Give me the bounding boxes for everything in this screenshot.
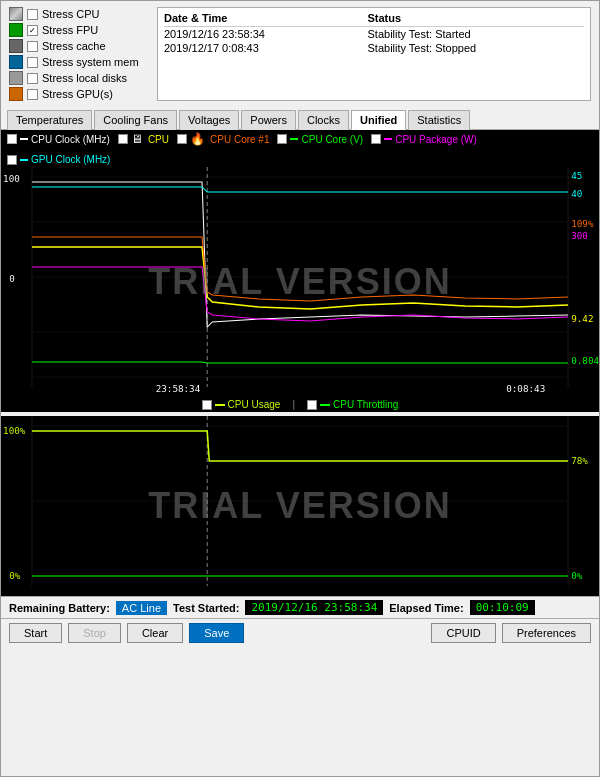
tab-clocks[interactable]: Clocks — [298, 110, 349, 130]
legend-cpu-check[interactable] — [118, 134, 128, 144]
stress-disk-checkbox[interactable] — [27, 73, 38, 84]
legend-cpu-clock-label: CPU Clock (MHz) — [31, 134, 110, 145]
action-bar: Start Stop Clear Save CPUID Preferences — [1, 618, 599, 647]
cpuid-button[interactable]: CPUID — [431, 623, 495, 643]
svg-text:45: 45 — [571, 171, 582, 181]
legend-cpu-usage: CPU Usage — [202, 399, 281, 410]
svg-text:100%: 100% — [3, 426, 26, 436]
tab-unified[interactable]: Unified — [351, 110, 406, 130]
legend-cpu-throttle-dot — [320, 404, 330, 406]
stress-gpu-option[interactable]: Stress GPU(s) — [9, 87, 149, 101]
stress-cache-option[interactable]: Stress cache — [9, 39, 149, 53]
legend-cpu-usage-check[interactable] — [202, 400, 212, 410]
legend-cpu-core-v-label: CPU Core (V) — [301, 134, 363, 145]
legend-cpu-core-v-check[interactable] — [277, 134, 287, 144]
svg-text:0%: 0% — [571, 571, 583, 581]
legend-gpu-clock: GPU Clock (MHz) — [7, 154, 110, 165]
legend-cpu-throttle: CPU Throttling — [307, 399, 398, 410]
fpu-icon — [9, 23, 23, 37]
bottom-info-bar: Remaining Battery: AC Line Test Started:… — [1, 596, 599, 618]
start-button[interactable]: Start — [9, 623, 62, 643]
elapsed-time-label: Elapsed Time: — [389, 602, 463, 614]
svg-text:78%: 78% — [571, 456, 588, 466]
legend-cpu-core1: 🔥 CPU Core #1 — [177, 132, 269, 146]
legend-cpu-package: CPU Package (W) — [371, 134, 477, 145]
preferences-button[interactable]: Preferences — [502, 623, 591, 643]
stress-cpu-label: Stress CPU — [42, 8, 99, 20]
cache-icon — [9, 39, 23, 53]
chart-bottom: 100% 0% 78% 0% TRIAL VERSION — [1, 416, 599, 596]
svg-text:300: 300 — [571, 231, 588, 241]
main-window: Stress CPU Stress FPU Stress cache Stres… — [0, 0, 600, 777]
stress-disk-option[interactable]: Stress local disks — [9, 71, 149, 85]
clear-button[interactable]: Clear — [127, 623, 183, 643]
tab-powers[interactable]: Powers — [241, 110, 296, 130]
chart-top-legend: CPU Clock (MHz) 🖥 CPU 🔥 CPU Core #1 CPU … — [1, 130, 599, 167]
stress-fpu-checkbox[interactable] — [27, 25, 38, 36]
stress-disk-label: Stress local disks — [42, 72, 127, 84]
stress-sysmem-option[interactable]: Stress system mem — [9, 55, 149, 69]
datetime-2: 2019/12/17 0:08:43 — [164, 41, 368, 55]
legend-cpu-package-dot — [384, 138, 392, 140]
stress-cpu-checkbox[interactable] — [27, 9, 38, 20]
stress-cache-label: Stress cache — [42, 40, 106, 52]
legend-cpu-label: CPU — [148, 134, 169, 145]
stop-button[interactable]: Stop — [68, 623, 121, 643]
legend-cpu-core1-label: CPU Core #1 — [210, 134, 269, 145]
legend-cpu-core-v: CPU Core (V) — [277, 134, 363, 145]
status-row-2: 2019/12/17 0:08:43 Stability Test: Stopp… — [164, 41, 584, 55]
chart-bottom-svg: 100% 0% 78% 0% — [1, 416, 599, 596]
svg-text:100: 100 — [3, 174, 20, 184]
tab-voltages[interactable]: Voltages — [179, 110, 239, 130]
legend-gpu-clock-check[interactable] — [7, 155, 17, 165]
remaining-battery-label: Remaining Battery: — [9, 602, 110, 614]
stress-options: Stress CPU Stress FPU Stress cache Stres… — [9, 7, 149, 101]
legend-cpu-package-check[interactable] — [371, 134, 381, 144]
svg-text:23:58:34: 23:58:34 — [156, 384, 201, 394]
stress-fpu-label: Stress FPU — [42, 24, 98, 36]
status-2: Stability Test: Stopped — [368, 41, 585, 55]
legend-cpu-clock-dot — [20, 138, 28, 140]
stress-sysmem-label: Stress system mem — [42, 56, 139, 68]
svg-text:0%: 0% — [9, 571, 21, 581]
elapsed-time-value: 00:10:09 — [470, 600, 535, 615]
svg-text:0: 0 — [9, 274, 15, 284]
tab-statistics[interactable]: Statistics — [408, 110, 470, 130]
legend-cpu-core1-check[interactable] — [177, 134, 187, 144]
status-row-1: 2019/12/16 23:58:34 Stability Test: Star… — [164, 27, 584, 42]
svg-text:9.42: 9.42 — [571, 314, 593, 324]
legend-cpu: 🖥 CPU — [118, 132, 169, 146]
legend-cpu-core-v-dot — [290, 138, 298, 140]
legend-cpu-usage-label: CPU Usage — [228, 399, 281, 410]
svg-text:0:08:43: 0:08:43 — [506, 384, 545, 394]
legend-cpu-clock: CPU Clock (MHz) — [7, 134, 110, 145]
stress-gpu-checkbox[interactable] — [27, 89, 38, 100]
chart-bottom-legend: CPU Usage | CPU Throttling — [1, 397, 599, 412]
legend-cpu-throttle-label: CPU Throttling — [333, 399, 398, 410]
top-section: Stress CPU Stress FPU Stress cache Stres… — [1, 1, 599, 107]
legend-cpu-package-label: CPU Package (W) — [395, 134, 477, 145]
legend-cpu-clock-check[interactable] — [7, 134, 17, 144]
datetime-header: Date & Time — [164, 12, 368, 27]
stress-sysmem-checkbox[interactable] — [27, 57, 38, 68]
status-header: Status — [368, 12, 585, 27]
legend-gpu-clock-dot — [20, 159, 28, 161]
test-started-value: 2019/12/16 23:58:34 — [245, 600, 383, 615]
svg-text:40: 40 — [571, 189, 582, 199]
tab-temperatures[interactable]: Temperatures — [7, 110, 92, 130]
tabs-bar: Temperatures Cooling Fans Voltages Power… — [1, 109, 599, 130]
tab-cooling-fans[interactable]: Cooling Fans — [94, 110, 177, 130]
stress-fpu-option[interactable]: Stress FPU — [9, 23, 149, 37]
datetime-1: 2019/12/16 23:58:34 — [164, 27, 368, 42]
gpu-icon — [9, 87, 23, 101]
chart-top-svg: 100 0 45 40 9.42 0.804 109% 300 23:58:34… — [1, 167, 599, 397]
status-1: Stability Test: Started — [368, 27, 585, 42]
stress-cpu-option[interactable]: Stress CPU — [9, 7, 149, 21]
stress-cache-checkbox[interactable] — [27, 41, 38, 52]
svg-text:109%: 109% — [571, 219, 594, 229]
legend-cpu-throttle-check[interactable] — [307, 400, 317, 410]
save-button[interactable]: Save — [189, 623, 244, 643]
svg-text:0.804: 0.804 — [571, 356, 599, 366]
status-log: Date & Time Status 2019/12/16 23:58:34 S… — [157, 7, 591, 101]
disk-icon — [9, 71, 23, 85]
